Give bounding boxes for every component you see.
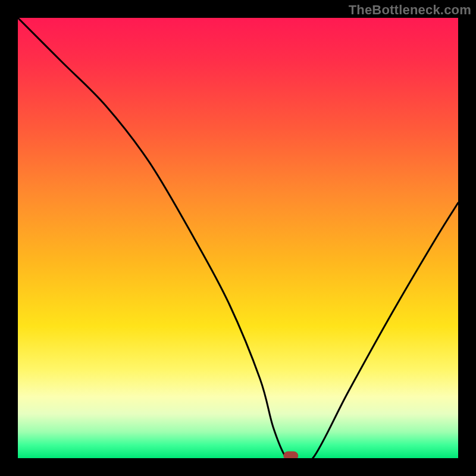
attribution-label: TheBottleneck.com (349, 2, 471, 18)
plot-area (18, 18, 458, 458)
optimum-marker (284, 452, 298, 458)
chart-frame: TheBottleneck.com (0, 0, 476, 476)
bottleneck-curve (18, 18, 458, 458)
bottleneck-curve-svg (18, 18, 458, 458)
